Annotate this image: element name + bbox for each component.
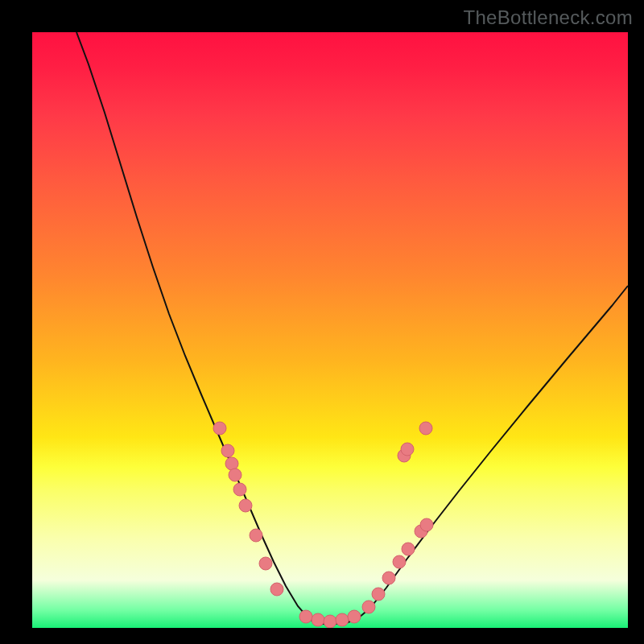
data-marker — [225, 457, 238, 470]
data-markers-group — [213, 422, 433, 628]
data-marker — [270, 583, 283, 596]
bottleneck-curve-svg — [32, 32, 628, 628]
watermark-label: TheBottleneck.com — [463, 6, 633, 29]
data-marker — [221, 444, 234, 457]
data-marker — [233, 483, 246, 496]
data-marker — [229, 469, 242, 481]
data-marker — [239, 499, 252, 512]
data-marker — [382, 572, 395, 584]
data-marker — [419, 422, 432, 435]
data-marker — [348, 610, 361, 623]
data-marker — [393, 555, 406, 568]
data-marker — [402, 543, 415, 555]
data-marker — [420, 518, 433, 531]
data-marker — [324, 615, 336, 628]
chart-outer-frame: TheBottleneck.com — [0, 0, 644, 644]
curve-group — [76, 32, 628, 624]
data-marker — [362, 601, 375, 613]
plot-area — [32, 32, 628, 628]
data-marker — [312, 613, 324, 626]
data-marker — [401, 443, 414, 456]
data-marker — [259, 557, 272, 570]
data-marker — [372, 588, 385, 601]
data-marker — [213, 422, 226, 435]
data-marker — [250, 529, 262, 542]
data-marker — [336, 613, 349, 626]
data-marker — [299, 610, 312, 623]
bottleneck-curve-path — [76, 32, 628, 624]
